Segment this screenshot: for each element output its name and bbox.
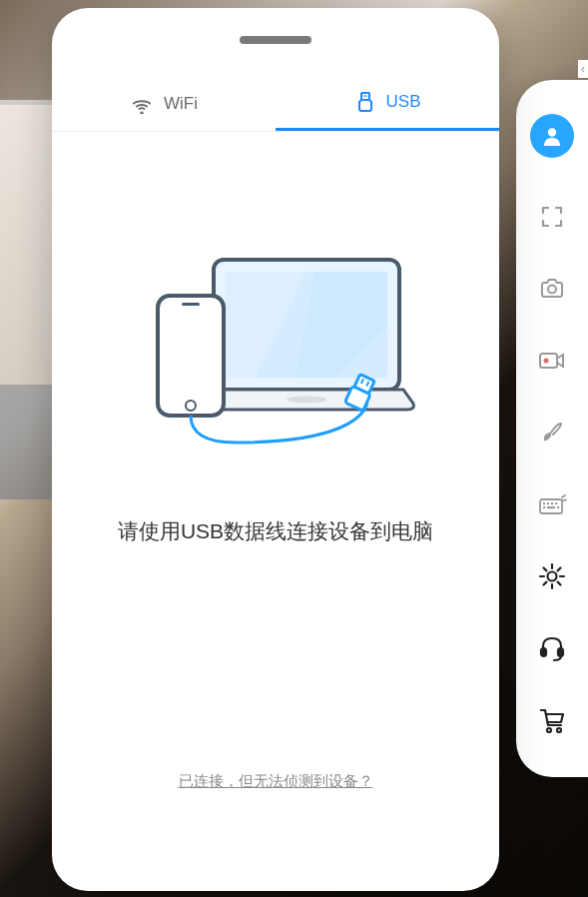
- svg-rect-20: [543, 502, 545, 504]
- cart-button[interactable]: [529, 697, 575, 743]
- keyboard-button[interactable]: [529, 481, 575, 527]
- troubleshoot-link[interactable]: 已连接，但无法侦测到设备？: [179, 772, 373, 791]
- svg-rect-0: [361, 93, 369, 100]
- svg-rect-23: [555, 502, 557, 504]
- tab-wifi[interactable]: WiFi: [52, 76, 276, 131]
- svg-rect-25: [547, 506, 555, 508]
- svg-point-30: [547, 728, 551, 732]
- svg-rect-8: [158, 296, 224, 416]
- wifi-icon: [130, 94, 154, 114]
- gear-icon: [537, 561, 567, 591]
- svg-rect-10: [182, 303, 200, 306]
- user-account-button[interactable]: [530, 114, 574, 158]
- connection-tabs: WiFi USB: [52, 76, 499, 132]
- keyboard-icon: [537, 492, 567, 516]
- svg-rect-29: [558, 648, 563, 656]
- usb-icon: [354, 91, 376, 113]
- svg-rect-22: [551, 502, 553, 504]
- svg-point-16: [548, 286, 556, 294]
- screenshot-button[interactable]: [529, 266, 575, 312]
- phone-notch: [240, 36, 311, 44]
- cart-icon: [537, 705, 567, 735]
- expand-icon: [539, 204, 565, 230]
- draw-button[interactable]: [529, 410, 575, 455]
- tab-wifi-label: WiFi: [164, 94, 198, 114]
- usb-connect-illustration: [136, 248, 415, 457]
- svg-rect-2: [365, 95, 366, 97]
- record-icon: [537, 349, 567, 373]
- fullscreen-button[interactable]: [529, 194, 575, 240]
- camera-icon: [538, 276, 566, 302]
- settings-button[interactable]: [529, 553, 575, 599]
- svg-rect-28: [541, 648, 546, 656]
- svg-rect-1: [363, 95, 364, 97]
- photo-hair-region: [0, 105, 55, 385]
- svg-point-18: [544, 359, 549, 364]
- tab-usb-label: USB: [386, 92, 421, 112]
- side-toolbar: [516, 80, 588, 777]
- record-button[interactable]: [529, 338, 575, 384]
- svg-point-15: [548, 128, 556, 136]
- toolbar-collapse-indicator[interactable]: ‹: [578, 60, 588, 78]
- headset-icon: [537, 633, 567, 663]
- svg-point-7: [287, 397, 326, 404]
- brush-icon: [538, 419, 566, 447]
- svg-rect-21: [547, 502, 549, 504]
- svg-rect-24: [543, 506, 545, 508]
- svg-point-31: [557, 728, 561, 732]
- phone-frame: WiFi USB: [52, 8, 499, 891]
- svg-point-27: [548, 572, 557, 581]
- support-button[interactable]: [529, 625, 575, 671]
- tab-usb[interactable]: USB: [276, 76, 499, 131]
- user-icon: [540, 124, 564, 148]
- connect-instruction: 请使用USB数据线连接设备到电脑: [82, 515, 469, 547]
- svg-rect-26: [557, 506, 559, 508]
